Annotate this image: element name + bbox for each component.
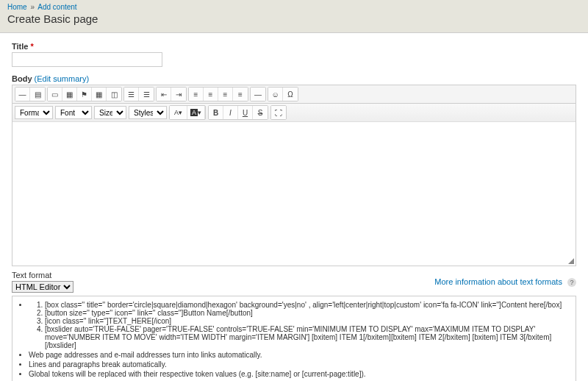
editor-toolbar-1: — ▤ ▭ ▦ ⚑ ▦ ◫ ☰ ☰ ⇤ ⇥ [12, 85, 576, 104]
size-select[interactable]: Size [94, 106, 126, 119]
align-right-button[interactable]: ≡ [218, 88, 233, 101]
font-select[interactable]: Font [55, 106, 92, 119]
hint-item: Global tokens will be replaced with thei… [29, 370, 570, 378]
underline-button[interactable]: U [238, 106, 253, 119]
numlist-button[interactable]: ☰ [124, 88, 139, 101]
breadcrumb-sep: » [30, 3, 35, 11]
title-label: Title * [12, 42, 576, 51]
info-icon[interactable]: ? [567, 278, 576, 287]
outdent-button[interactable]: ⇤ [157, 88, 171, 101]
page-title: Create Basic page [7, 13, 581, 25]
breadcrumb-add-content[interactable]: Add content [37, 3, 76, 11]
bg-color-button[interactable]: A▾ [187, 106, 205, 119]
text-format-select[interactable]: HTML Editor [12, 281, 74, 293]
align-left-button[interactable]: ≡ [189, 88, 204, 101]
hint-item: Lines and paragraphs break automatically… [29, 360, 570, 368]
hint-item: Web page addresses and e-mail addresses … [29, 351, 570, 359]
hint-item: [bxslider auto='TRUE-FALSE' pager='TRUE-… [45, 325, 570, 349]
align-justify-button[interactable]: ≡ [233, 88, 248, 101]
iframe-button[interactable]: ◫ [107, 88, 121, 101]
format-hints: [box class='' title='' border='circle|sq… [12, 296, 576, 381]
bold-button[interactable]: B [209, 106, 223, 119]
breadcrumb: Home » Add content [7, 3, 581, 11]
embed-button[interactable]: ▦ [92, 88, 107, 101]
breadcrumb-home[interactable]: Home [7, 3, 27, 11]
special-char-button[interactable]: Ω [283, 88, 298, 101]
text-format-label: Text format [12, 271, 74, 279]
image-button[interactable]: ▭ [48, 88, 62, 101]
hint-item: [button size='' type='' icon='' link='' … [45, 309, 570, 317]
table-button[interactable]: ▦ [62, 88, 77, 101]
smiley-button[interactable]: ☺ [268, 88, 283, 101]
source-button[interactable]: — [15, 88, 30, 101]
italic-button[interactable]: I [223, 106, 238, 119]
toggle-button[interactable]: ▤ [30, 88, 45, 101]
editor-toolbar-2: Format Font Size Styles A▾ A▾ B I U S ⛶ [12, 104, 576, 122]
more-info-link[interactable]: More information about text formats [434, 277, 562, 286]
indent-button[interactable]: ⇥ [171, 88, 186, 101]
body-label: Body [12, 74, 32, 83]
hr-button[interactable]: — [251, 88, 265, 101]
edit-summary-link[interactable]: (Edit summary) [35, 74, 90, 83]
bullist-button[interactable]: ☰ [139, 88, 154, 101]
editor-textarea[interactable] [12, 122, 576, 266]
resize-handle-icon[interactable] [568, 258, 574, 264]
hint-item: [icon class='' link='']TEXT_HERE[/icon] [45, 317, 570, 325]
format-select[interactable]: Format [15, 106, 53, 119]
align-center-button[interactable]: ≡ [204, 88, 218, 101]
rich-text-editor: — ▤ ▭ ▦ ⚑ ▦ ◫ ☰ ☰ ⇤ ⇥ [12, 85, 576, 266]
flash-button[interactable]: ⚑ [77, 88, 92, 101]
title-input[interactable] [12, 52, 162, 67]
styles-select[interactable]: Styles [129, 106, 167, 119]
text-color-button[interactable]: A▾ [170, 106, 187, 119]
maximize-button[interactable]: ⛶ [271, 106, 286, 119]
hint-item: [box class='' title='' border='circle|sq… [45, 301, 570, 309]
strike-button[interactable]: S [253, 106, 268, 119]
